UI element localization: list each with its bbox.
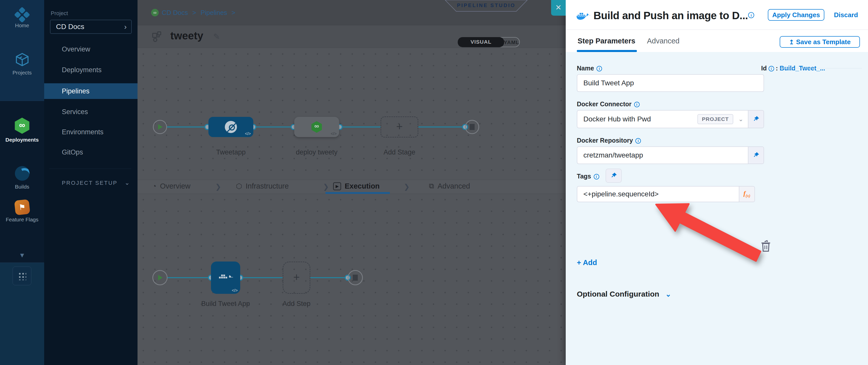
rail-item-label: Feature Flags bbox=[0, 217, 44, 223]
chevron-right-icon: ❯ bbox=[323, 183, 329, 191]
project-selector[interactable]: CD Docs › bbox=[50, 20, 132, 34]
scope-badge: PROJECT bbox=[698, 114, 733, 124]
cd-deploy-icon: ∞ bbox=[311, 121, 322, 133]
stage-label: deploy tweety bbox=[289, 148, 344, 156]
code-badge-icon: </> bbox=[331, 131, 337, 136]
chevron-right-icon: ❯ bbox=[404, 183, 409, 191]
breadcrumb-separator: > bbox=[192, 9, 196, 17]
nav-item-gitops[interactable]: GitOps bbox=[44, 144, 137, 160]
info-icon[interactable]: i bbox=[596, 66, 602, 71]
breadcrumb[interactable]: CD Docs > Pipelines > bbox=[162, 9, 238, 17]
step-start-node[interactable] bbox=[152, 270, 167, 285]
tab-infrastructure[interactable]: ⬡ Infrastructure bbox=[236, 182, 289, 190]
drawer-tabs: Step Parameters Advanced ↥Save as Templa… bbox=[566, 30, 868, 52]
docker-repository-input[interactable]: cretzman/tweetapp bbox=[577, 146, 764, 164]
toggle-yaml[interactable]: YAML bbox=[504, 38, 519, 47]
ci-circle-icon bbox=[15, 166, 30, 181]
info-icon[interactable]: i bbox=[634, 102, 640, 107]
stage-node-deploy-tweety[interactable]: ∞ </> bbox=[294, 117, 339, 137]
pin-icon bbox=[752, 151, 760, 159]
project-setup-toggle[interactable]: PROJECT SETUP⌄ bbox=[62, 179, 130, 186]
pipeline-icon bbox=[152, 31, 165, 42]
stage-node-tweetapp[interactable]: </> bbox=[209, 117, 253, 137]
optional-configuration-toggle[interactable]: Optional Configuration⌄ bbox=[577, 290, 671, 298]
pin-button[interactable] bbox=[748, 111, 764, 128]
step-end-node[interactable] bbox=[348, 270, 363, 285]
project-section-label: Project bbox=[51, 10, 68, 17]
pipeline-title-row: tweety ✎ VISUAL YAML bbox=[137, 25, 566, 48]
nav-item-deployments[interactable]: Deployments bbox=[44, 62, 137, 78]
drawer-body: Namei Id i : Build_Tweet_... Build Tweet… bbox=[566, 52, 868, 365]
pin-button[interactable] bbox=[748, 147, 764, 163]
tab-step-parameters[interactable]: Step Parameters bbox=[578, 37, 636, 45]
info-icon[interactable]: i bbox=[769, 66, 774, 71]
step-label: Add Step bbox=[269, 300, 324, 308]
nav-item-pipelines[interactable]: Pipelines bbox=[44, 83, 137, 99]
visual-yaml-toggle[interactable]: VISUAL YAML bbox=[458, 37, 520, 47]
stage-label: Tweetapp bbox=[203, 148, 259, 156]
breadcrumb-project[interactable]: CD Docs bbox=[162, 9, 188, 17]
nav-item-overview[interactable]: Overview bbox=[44, 41, 137, 57]
module-grid-button[interactable] bbox=[12, 267, 31, 285]
rail-item-deployments[interactable]: ∞ Deployments bbox=[0, 118, 44, 143]
breadcrumb-pipelines[interactable]: Pipelines bbox=[200, 9, 227, 17]
docker-connector-select[interactable]: Docker Hub with Pwd PROJECT ⌄ bbox=[577, 110, 764, 128]
discard-button[interactable]: Discard bbox=[834, 11, 858, 19]
add-stage-button[interactable]: + bbox=[380, 116, 418, 138]
pipeline-canvas-area: ∞ CD Docs > Pipelines > PIPELINE STUDIO … bbox=[137, 0, 566, 365]
breadcrumb-row: ∞ CD Docs > Pipelines > PIPELINE STUDIO bbox=[137, 0, 566, 25]
apply-changes-button[interactable]: Apply Changes bbox=[768, 9, 824, 21]
tags-input[interactable]: <+pipeline.sequenceId> f(x) bbox=[577, 186, 755, 202]
edit-pencil-icon[interactable]: ✎ bbox=[213, 32, 220, 41]
info-icon[interactable]: i bbox=[748, 12, 754, 18]
nav-item-services[interactable]: Services bbox=[44, 104, 137, 120]
drawer-header: Build and Push an image to D... i Apply … bbox=[566, 0, 868, 30]
stage-start-node[interactable] bbox=[153, 120, 167, 134]
tab-advanced[interactable]: ⧉ Advanced bbox=[429, 182, 470, 190]
docker-whale-icon bbox=[217, 271, 234, 284]
rail-item-projects[interactable]: Projects bbox=[0, 53, 44, 76]
name-input[interactable]: Build Tweet App bbox=[577, 74, 764, 92]
toggle-visual[interactable]: VISUAL bbox=[458, 37, 504, 47]
info-icon[interactable]: i bbox=[594, 174, 599, 180]
tags-label: Tagsi bbox=[577, 173, 599, 180]
step-label: Build Tweet App bbox=[198, 300, 253, 308]
expression-button[interactable]: f(x) bbox=[739, 186, 754, 202]
chevron-down-icon: ⌄ bbox=[125, 179, 130, 186]
pipeline-studio-badge: PIPELINE STUDIO bbox=[445, 0, 528, 11]
pin-icon bbox=[752, 115, 760, 123]
info-icon[interactable]: i bbox=[636, 138, 641, 144]
stage-label: Add Stage bbox=[372, 148, 427, 156]
chevron-down-icon: ⌄ bbox=[665, 290, 671, 298]
save-as-template-button[interactable]: ↥Save as Template bbox=[780, 36, 860, 48]
cube-icon bbox=[15, 53, 30, 67]
stage-end-node[interactable] bbox=[465, 120, 479, 134]
rail-item-label: Builds bbox=[0, 184, 44, 190]
rail-more-chevron-icon[interactable]: ▼ bbox=[0, 251, 44, 259]
tab-overview[interactable]: ◔ Overview bbox=[152, 182, 190, 190]
rail-item-home[interactable]: Home bbox=[0, 9, 44, 29]
rail-item-label: Home bbox=[0, 23, 44, 29]
pipeline-name: tweety bbox=[170, 30, 204, 42]
nav-item-environments[interactable]: Environments bbox=[44, 124, 137, 140]
cd-hexagon-icon: ∞ bbox=[14, 118, 30, 134]
docker-whale-icon bbox=[576, 10, 591, 21]
rail-item-builds[interactable]: Builds bbox=[0, 166, 44, 190]
step-title: Build and Push an image to D... bbox=[593, 9, 748, 22]
rail-item-feature-flags[interactable]: ⚑ Feature Flags bbox=[0, 200, 44, 223]
tab-advanced[interactable]: Advanced bbox=[647, 37, 680, 45]
chevron-down-icon[interactable]: ⌄ bbox=[738, 116, 743, 123]
stage-canvas bbox=[137, 48, 566, 180]
delete-tag-button[interactable] bbox=[760, 240, 772, 253]
breadcrumb-separator: > bbox=[231, 9, 235, 17]
tags-pin-button[interactable] bbox=[606, 169, 622, 183]
tab-execution[interactable]: ▶ Execution bbox=[333, 182, 380, 190]
add-step-button[interactable]: + bbox=[283, 262, 310, 294]
active-tab-underline bbox=[577, 50, 637, 52]
close-drawer-button[interactable]: ✕ bbox=[551, 0, 566, 16]
upload-icon: ↥ bbox=[789, 39, 794, 45]
overview-icon: ◔ bbox=[152, 182, 156, 190]
step-node-build-tweet-app[interactable]: </> bbox=[211, 262, 240, 294]
add-tag-link[interactable]: + Add bbox=[577, 258, 597, 267]
pin-icon bbox=[610, 172, 617, 180]
